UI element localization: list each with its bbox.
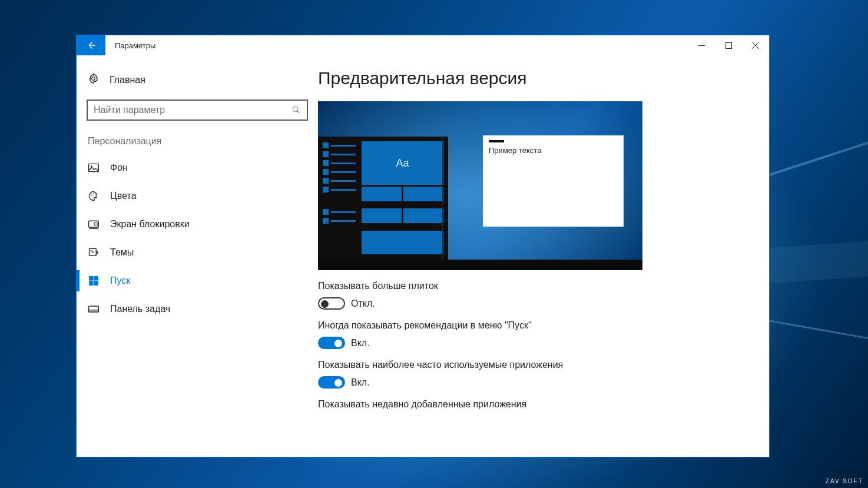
back-button[interactable] [77,35,105,55]
toggle-state: Вкл. [351,377,370,388]
sidebar-item-colors[interactable]: Цвета [77,182,318,210]
search-icon [291,105,301,115]
close-icon [752,42,759,49]
close-button[interactable] [742,35,769,55]
sidebar-item-label: Фон [110,162,128,173]
maximize-button[interactable] [715,35,742,55]
titlebar: Параметры [77,35,769,55]
window-controls [688,35,769,55]
themes-icon [88,247,100,258]
option-label: Показывать недавно добавленные приложени… [318,399,751,410]
watermark: ZAV SOFT [826,478,863,484]
start-icon [88,275,100,287]
arrow-left-icon [86,40,97,51]
maximize-icon [725,42,732,49]
search-input[interactable] [94,105,291,115]
svg-rect-8 [94,223,97,225]
minimize-button[interactable] [688,35,715,55]
sidebar-item-label: Экран блокировки [110,219,190,230]
home-button[interactable]: Главная [77,68,318,91]
sidebar-item-label: Темы [110,247,134,258]
sidebar-item-themes[interactable]: Темы [77,238,318,267]
sidebar-item-start[interactable]: Пуск [77,267,318,295]
window-title: Параметры [105,35,155,55]
toggle-state: Вкл. [351,338,370,348]
lockscreen-icon [88,218,100,230]
minimize-icon [698,42,705,49]
image-icon [88,162,100,174]
nav-list: Фон Цвета Экран блокировки [77,150,318,323]
content-pane[interactable]: Предварительная версия [318,55,769,457]
option-label: Иногда показывать рекомендации в меню "П… [318,320,751,331]
sidebar-item-label: Цвета [110,191,137,201]
svg-rect-10 [90,277,94,281]
toggle-show-suggestions[interactable] [318,337,345,349]
search-box[interactable] [87,99,308,121]
option-label: Показывать больше плиток [318,281,751,291]
sidebar: Главная Персонализация Фон [77,55,318,457]
settings-window: Параметры Главная [76,35,770,457]
section-header: Персонализация [77,125,318,150]
svg-rect-2 [89,164,99,171]
taskbar-icon [88,303,100,315]
sidebar-item-taskbar[interactable]: Панель задач [77,295,318,323]
option-label: Показывать наиболее часто используемые п… [318,360,751,370]
start-preview: Aa Пример текста [318,101,642,270]
preview-tile-glyph: Aa [362,141,443,185]
option-recently-added: Показывать недавно добавленные приложени… [318,399,751,410]
svg-rect-13 [94,281,98,286]
option-show-suggestions: Иногда показывать рекомендации в меню "П… [318,320,751,349]
svg-point-6 [95,194,96,195]
svg-point-3 [91,165,92,167]
toggle-state: Откл. [351,298,375,309]
sidebar-item-label: Панель задач [110,304,170,314]
page-title: Предварительная версия [318,68,751,88]
home-label: Главная [110,75,145,85]
svg-point-5 [93,193,94,194]
svg-rect-12 [90,281,94,286]
sidebar-item-label: Пуск [110,275,130,286]
svg-rect-0 [725,42,731,48]
sidebar-item-background[interactable]: Фон [77,154,318,182]
gear-icon [88,73,99,87]
preview-sample-card: Пример текста [483,135,624,227]
svg-point-4 [91,194,92,195]
option-most-used-apps: Показывать наиболее часто используемые п… [318,360,751,389]
svg-point-1 [293,107,298,112]
toggle-most-used-apps[interactable] [318,376,345,389]
preview-sample-text: Пример текста [489,146,618,155]
toggle-show-more-tiles[interactable] [318,297,345,310]
option-show-more-tiles: Показывать больше плиток Откл. [318,281,751,310]
sidebar-item-lockscreen[interactable]: Экран блокировки [77,210,318,238]
svg-rect-11 [94,277,98,281]
palette-icon [88,190,100,202]
